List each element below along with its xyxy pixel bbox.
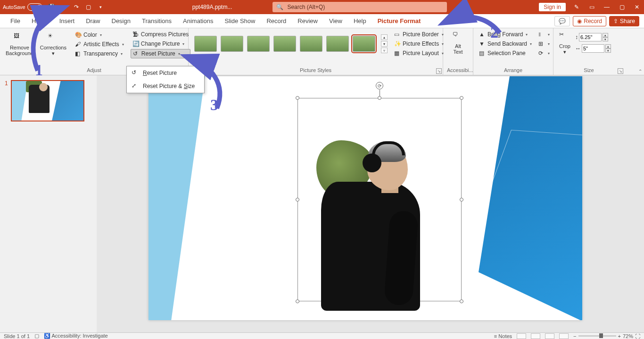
present-icon[interactable]: ▢: [85, 3, 92, 11]
tab-transitions[interactable]: Transitions: [136, 15, 177, 27]
picture-layout-button[interactable]: ▦Picture Layout: [392, 49, 446, 57]
signin-button[interactable]: Sign in: [539, 3, 566, 11]
reset-picture-button[interactable]: ↺Reset Picture: [131, 49, 190, 58]
display-options-icon[interactable]: ▭: [587, 3, 596, 11]
gallery-more-icon[interactable]: ▿: [381, 48, 388, 53]
group-objects-button[interactable]: ⊞: [537, 40, 552, 48]
tab-review[interactable]: Review: [292, 15, 323, 27]
zoom-out-icon[interactable]: −: [573, 333, 576, 339]
spin-down-icon[interactable]: ▾: [603, 37, 608, 41]
height-field[interactable]: [579, 33, 602, 41]
transparency-button[interactable]: ◧Transparency: [73, 49, 126, 58]
autosave-toggle[interactable]: AutoSave Off: [3, 3, 42, 11]
accessibility-status[interactable]: ♿ Accessibility: Investigate: [44, 333, 108, 339]
styles-launcher-icon[interactable]: ↘: [436, 68, 442, 74]
style-thumb-selected[interactable]: [353, 36, 375, 52]
slide-editor[interactable]: ⟳: [97, 75, 644, 332]
minimize-icon[interactable]: —: [603, 3, 611, 11]
slideshow-view-icon[interactable]: [559, 333, 569, 339]
width-input[interactable]: ↔ ▴▾: [575, 44, 611, 53]
slide-thumbnail-pane[interactable]: 1: [0, 75, 97, 332]
tab-home[interactable]: Home: [26, 15, 54, 27]
tab-draw[interactable]: Draw: [80, 15, 106, 27]
picture-styles-gallery[interactable]: ▴ ▾ ▿: [192, 32, 389, 55]
coming-soon-icon[interactable]: ✎: [572, 3, 581, 11]
gallery-down-icon[interactable]: ▾: [381, 41, 388, 47]
spin-down-icon[interactable]: ▾: [605, 48, 611, 53]
close-icon[interactable]: ✕: [633, 3, 641, 11]
style-thumb[interactable]: [194, 36, 217, 52]
resize-handle[interactable]: [296, 96, 299, 100]
resize-handle[interactable]: [460, 96, 463, 100]
selected-picture[interactable]: ⟳: [297, 98, 462, 301]
tab-design[interactable]: Design: [106, 15, 136, 27]
crop-button[interactable]: ✂ Crop▾: [557, 30, 572, 56]
notes-button[interactable]: ≡ Notes: [494, 333, 512, 339]
undo-icon[interactable]: ↶: [60, 3, 68, 11]
tab-picture-format[interactable]: Picture Format: [372, 15, 427, 27]
alt-text-button[interactable]: 🗨 AltText: [447, 30, 469, 56]
send-backward-button[interactable]: ▼Send Backward: [477, 40, 534, 48]
resize-handle[interactable]: [460, 198, 463, 202]
style-thumb[interactable]: [273, 36, 296, 52]
zoom-control[interactable]: − + 72% ⛶: [573, 333, 640, 339]
zoom-slider[interactable]: [578, 335, 616, 337]
sorter-view-icon[interactable]: [531, 333, 540, 339]
rotate-button[interactable]: ⟳: [537, 49, 552, 57]
size-launcher-icon[interactable]: ↘: [618, 68, 623, 74]
maximize-icon[interactable]: ▢: [618, 3, 626, 11]
width-field[interactable]: [582, 44, 604, 53]
tab-record[interactable]: Record: [261, 15, 292, 27]
resize-handle[interactable]: [378, 96, 381, 100]
fit-slide-icon[interactable]: ⛶: [635, 333, 640, 339]
compress-pictures-button[interactable]: 🗜Compress Pictures: [131, 30, 190, 39]
selection-pane-button[interactable]: ▤Selection Pane: [477, 49, 534, 57]
menu-reset-picture-size[interactable]: ⤢ Reset Picture & Size: [127, 80, 204, 93]
zoom-in-icon[interactable]: +: [618, 333, 621, 339]
tab-help[interactable]: Help: [348, 15, 372, 27]
slide-thumbnail[interactable]: [11, 80, 84, 121]
menu-reset-picture[interactable]: ↺ Reset Picture: [127, 66, 204, 80]
save-icon[interactable]: 💾: [48, 3, 56, 11]
remove-background-button[interactable]: 🖼 RemoveBackground: [4, 32, 35, 57]
reading-view-icon[interactable]: [545, 333, 554, 339]
tab-slideshow[interactable]: Slide Show: [219, 15, 261, 27]
search-input[interactable]: 🔍 Search (Alt+Q): [272, 2, 447, 12]
zoom-value[interactable]: 72%: [623, 333, 633, 339]
tab-animations[interactable]: Animations: [177, 15, 219, 27]
change-picture-button[interactable]: 🔄Change Picture: [131, 40, 190, 48]
language-icon[interactable]: ▢: [34, 333, 39, 339]
normal-view-icon[interactable]: [517, 333, 526, 339]
corrections-button[interactable]: ☀ Corrections▾: [38, 32, 68, 57]
gallery-up-icon[interactable]: ▴: [381, 34, 388, 40]
picture-border-button[interactable]: ▭Picture Border: [392, 30, 446, 39]
align-button[interactable]: ⫴: [537, 30, 552, 39]
document-title[interactable]: ppt489A.pptm...: [192, 4, 232, 10]
spin-up-icon[interactable]: ▴: [603, 33, 608, 37]
resize-handle[interactable]: [296, 198, 299, 202]
tab-view[interactable]: View: [323, 15, 348, 27]
color-button[interactable]: 🎨Color: [73, 31, 126, 39]
style-thumb[interactable]: [326, 36, 349, 52]
collapse-ribbon-icon[interactable]: ⌃: [638, 69, 642, 74]
style-thumb[interactable]: [247, 36, 270, 52]
customize-qat-icon[interactable]: ▾: [97, 3, 105, 11]
style-thumb[interactable]: [221, 36, 243, 52]
slide-counter[interactable]: Slide 1 of 1: [4, 333, 30, 339]
share-button[interactable]: ⇪ Share: [609, 16, 639, 26]
resize-handle[interactable]: [460, 299, 463, 303]
record-button[interactable]: ◉Record: [573, 16, 606, 26]
style-thumb[interactable]: [300, 36, 322, 52]
rotate-handle-icon[interactable]: ⟳: [376, 82, 383, 89]
bring-forward-button[interactable]: ▲Bring Forward: [477, 30, 534, 39]
resize-handle[interactable]: [296, 299, 299, 303]
tab-file[interactable]: File: [5, 15, 26, 27]
height-input[interactable]: ↕ ▴▾: [575, 33, 611, 41]
picture-effects-button[interactable]: ✨Picture Effects: [392, 40, 446, 48]
redo-icon[interactable]: ↷: [73, 3, 80, 11]
slide-canvas[interactable]: ⟳: [149, 76, 582, 320]
comments-button[interactable]: 💬: [554, 16, 570, 26]
spin-up-icon[interactable]: ▴: [605, 44, 611, 48]
tab-insert[interactable]: Insert: [54, 15, 81, 27]
artistic-effects-button[interactable]: 🖌Artistic Effects: [73, 40, 126, 48]
